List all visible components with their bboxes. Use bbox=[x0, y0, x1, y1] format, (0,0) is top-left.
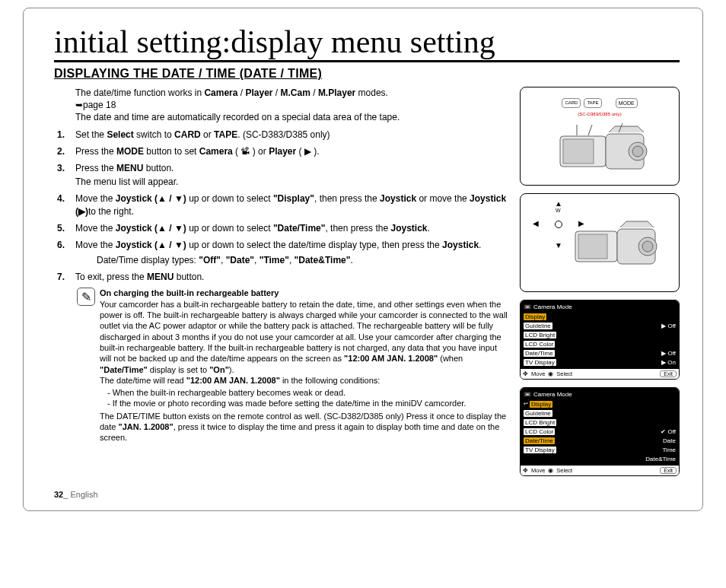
section-title: DISPLAYING THE DATE / TIME (DATE / TIME) bbox=[54, 67, 680, 81]
step-3-post: button. bbox=[143, 163, 174, 173]
intro-line-1: The date/time function works in Camera /… bbox=[75, 87, 509, 99]
step-5: Move the Joystick (▲ / ▼) up or down to … bbox=[54, 222, 509, 234]
lcd1-display: Display bbox=[524, 313, 546, 320]
lcd2-lcdcolor: LCD Color bbox=[524, 428, 555, 435]
step-6-pre: Move the bbox=[75, 240, 116, 250]
svg-point-12 bbox=[642, 241, 653, 252]
lcd1-select: Select bbox=[556, 370, 572, 377]
lcd2-off-val: Off bbox=[661, 428, 676, 435]
step-4-mid: up or down to select bbox=[186, 193, 273, 204]
lcd2-dt-val: Date&Time bbox=[645, 456, 676, 462]
type-date: "Date" bbox=[226, 255, 254, 265]
joystick-updown-1: Joystick (▲ / ▼) bbox=[116, 193, 186, 204]
step-5-pre: Move the bbox=[75, 223, 116, 234]
lcd1-tvdisplay-val: ▶ On bbox=[661, 359, 676, 366]
page-lang: _ English bbox=[63, 490, 97, 499]
step-3: Press the MENU button. The menu list wil… bbox=[54, 162, 509, 188]
intro-line-2: The date and time are automatically reco… bbox=[75, 111, 509, 123]
steps-list: Set the Select switch to CARD or TAPE. (… bbox=[54, 129, 509, 284]
mode-btn-figure: MODE bbox=[616, 98, 638, 108]
type-time: "Time" bbox=[260, 255, 289, 265]
lcd-menu-1: 📼 Camera Mode Display Guideline▶ Off LCD… bbox=[520, 300, 680, 380]
joystick-updown-2: Joystick (▲ / ▼) bbox=[116, 223, 186, 234]
device-figure-joystick: ▲ ▼ ◀ ▶ W bbox=[520, 193, 680, 292]
tape-label: TAPE bbox=[214, 129, 237, 140]
select-icon-2: ◉ bbox=[548, 467, 553, 474]
lcd1-datetime: Date/Time bbox=[524, 350, 555, 357]
mode-player: Player bbox=[245, 87, 272, 98]
step-4-mid2: , then press the bbox=[314, 193, 380, 204]
note-ts-2: "12:00 AM JAN. 1.2008" bbox=[186, 376, 280, 385]
lcd1-datetime-val: ▶ Off bbox=[661, 350, 676, 357]
types-label: Date/Time display types: bbox=[97, 255, 199, 265]
card-label: CARD bbox=[174, 129, 201, 140]
note-p1-mid1: (when bbox=[438, 354, 463, 363]
svg-point-4 bbox=[632, 146, 643, 157]
select-icon: ◉ bbox=[548, 370, 553, 377]
tape-icon-2: 📼 bbox=[524, 391, 531, 398]
note-p2-pre: The date/time will read bbox=[100, 376, 186, 385]
note-block: ✎ On charging the built-in rechargeable … bbox=[54, 288, 509, 443]
camera-label: Camera bbox=[199, 146, 233, 157]
note-on: "On" bbox=[209, 365, 229, 374]
step-6-post: . bbox=[479, 240, 481, 250]
lcd1-lcdcolor: LCD Color bbox=[524, 341, 555, 348]
type-off: "Off" bbox=[199, 255, 221, 265]
player-label: Player bbox=[269, 146, 296, 157]
instructions-column: The date/time function works in Camera /… bbox=[54, 87, 509, 484]
lcd1-tvdisplay: TV Display bbox=[524, 359, 556, 366]
step-1-or: or bbox=[201, 129, 214, 140]
step-1-text: Set the bbox=[75, 129, 107, 140]
figures-column: CARD TAPE MODE (SC-D383/D385 only) bbox=[520, 87, 680, 484]
lcd1-header: Camera Mode bbox=[533, 304, 572, 310]
tape-switch-label: TAPE bbox=[584, 98, 601, 108]
card-switch-label: CARD bbox=[562, 98, 581, 108]
lcd-menu-2: 📼 Camera Mode ↩Display Guideline LCD Bri… bbox=[520, 387, 680, 476]
note-bullet-1: When the built-in rechargeable battery b… bbox=[107, 387, 509, 398]
step-5-mid2: , then press the bbox=[325, 223, 390, 234]
note-ts-1: "12:00 AM JAN. 1.2008" bbox=[344, 354, 438, 363]
step-7-pre: To exit, press the bbox=[75, 272, 147, 282]
note-bullets: When the built-in rechargeable battery b… bbox=[107, 387, 509, 409]
mode-mcam: M.Cam bbox=[281, 87, 310, 98]
device-figure-top: CARD TAPE MODE (SC-D383/D385 only) bbox=[520, 87, 680, 186]
type-datetime: "Date&Time" bbox=[295, 255, 351, 265]
joystick-3: Joystick bbox=[442, 240, 479, 250]
svg-rect-9 bbox=[578, 234, 607, 259]
step-2: Press the MODE button to set Camera ( 📽 … bbox=[54, 145, 509, 157]
lcd2-guideline: Guideline bbox=[524, 410, 552, 417]
step-2-text: Press the bbox=[75, 146, 116, 157]
lcd2-lcdbright: LCD Bright bbox=[524, 419, 556, 426]
lcd1-exit: Exit bbox=[660, 370, 677, 377]
lcd2-exit: Exit bbox=[660, 467, 677, 474]
lcd1-guideline: Guideline bbox=[524, 323, 552, 329]
step-1: Set the Select switch to CARD or TAPE. (… bbox=[54, 129, 509, 141]
step-1-mid: switch to bbox=[134, 129, 174, 140]
step-4: Move the Joystick (▲ / ▼) up or down to … bbox=[54, 192, 509, 217]
joystick-1: Joystick bbox=[380, 193, 416, 204]
note-title: On charging the built-in rechargeable ba… bbox=[100, 288, 509, 298]
lcd2-header: Camera Mode bbox=[533, 391, 572, 398]
joystick-updown-3: Joystick (▲ / ▼) bbox=[116, 240, 186, 250]
step-5-post: . bbox=[428, 223, 430, 234]
lcd2-datetime: Date/Time bbox=[524, 437, 555, 444]
note-p1-post: ). bbox=[229, 365, 234, 374]
back-icon: ↩ bbox=[524, 401, 528, 407]
svg-line-6 bbox=[588, 125, 592, 135]
lcd2-display: Display bbox=[530, 401, 552, 408]
note-p3-date: "JAN. 1.2008" bbox=[118, 422, 173, 431]
mode-camera: Camera bbox=[204, 87, 237, 98]
step-4-mid3: or move the bbox=[416, 193, 470, 204]
tape-icon: 📼 bbox=[524, 304, 531, 310]
step-3-text: Press the bbox=[75, 163, 116, 173]
display-option: "Display" bbox=[273, 193, 314, 204]
joystick-directions-icon: ▲ ▼ ◀ ▶ W bbox=[536, 202, 581, 247]
select-label: Select bbox=[107, 129, 133, 140]
datetime-option: "Date/Time" bbox=[273, 223, 326, 234]
note-p2-post: in the following conditions: bbox=[280, 376, 380, 385]
step-6-mid: up or down to select the date/time displ… bbox=[186, 240, 442, 250]
step-7-post: button. bbox=[174, 272, 204, 282]
lcd1-guideline-val: ▶ Off bbox=[661, 323, 676, 329]
step-7: To exit, press the MENU button. bbox=[54, 271, 509, 283]
model-only-label: (SC-D383/D385 only) bbox=[578, 112, 621, 116]
